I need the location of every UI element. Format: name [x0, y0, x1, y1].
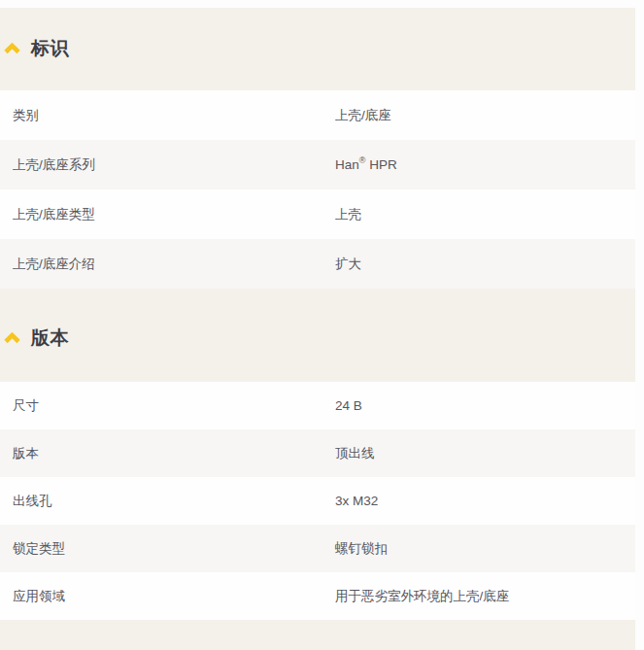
table-row: 上壳/底座介绍 扩大	[0, 239, 635, 289]
row-value: 扩大	[335, 256, 635, 273]
row-value: Han® HPR	[335, 157, 635, 172]
row-value: 螺钉锁扣	[335, 540, 635, 558]
row-value: 顶出线	[335, 445, 635, 462]
row-label: 版本	[0, 445, 335, 462]
section-header-identification[interactable]: 标识	[0, 34, 635, 63]
row-label: 上壳/底座系列	[0, 156, 335, 174]
chevron-up-icon[interactable]	[4, 43, 20, 54]
row-label: 应用领域	[0, 588, 335, 605]
table-row: 类别 上壳/底座	[0, 90, 635, 140]
product-spec-panel: 标识 类别 上壳/底座 上壳/底座系列 Han® HPR 上壳/底座类型 上壳 …	[0, 8, 635, 650]
row-label: 尺寸	[0, 397, 335, 415]
row-value: 上壳/底座	[335, 107, 635, 124]
registered-trademark-symbol: ®	[359, 155, 366, 165]
page-root: 标识 类别 上壳/底座 上壳/底座系列 Han® HPR 上壳/底座类型 上壳 …	[0, 0, 644, 650]
spec-table-version: 尺寸 24 B 版本 顶出线 出线孔 3x M32 锁定类型 螺钉锁扣 应用领域…	[0, 382, 635, 620]
table-row: 尺寸 24 B	[0, 382, 635, 429]
row-label: 类别	[0, 107, 335, 124]
row-value: 3x M32	[335, 494, 635, 508]
table-row: 应用领域 用于恶劣室外环境的上壳/底座	[0, 572, 635, 620]
row-label: 上壳/底座类型	[0, 206, 335, 223]
table-row: 上壳/底座类型 上壳	[0, 189, 635, 239]
section-header-version[interactable]: 版本	[0, 324, 635, 353]
table-row: 上壳/底座系列 Han® HPR	[0, 140, 635, 189]
section-title-version: 版本	[31, 325, 69, 351]
chevron-up-icon[interactable]	[4, 332, 20, 344]
row-label: 上壳/底座介绍	[0, 256, 335, 273]
row-label: 锁定类型	[0, 540, 335, 558]
row-value: 用于恶劣室外环境的上壳/底座	[335, 588, 635, 605]
table-row: 锁定类型 螺钉锁扣	[0, 525, 635, 572]
table-row: 出线孔 3x M32	[0, 477, 635, 525]
spec-table-identification: 类别 上壳/底座 上壳/底座系列 Han® HPR 上壳/底座类型 上壳 上壳/…	[0, 90, 635, 289]
section-title-identification: 标识	[31, 36, 69, 61]
row-label: 出线孔	[0, 493, 335, 510]
row-value: 上壳	[335, 206, 635, 223]
table-row: 版本 顶出线	[0, 429, 635, 477]
row-value: 24 B	[335, 398, 635, 413]
